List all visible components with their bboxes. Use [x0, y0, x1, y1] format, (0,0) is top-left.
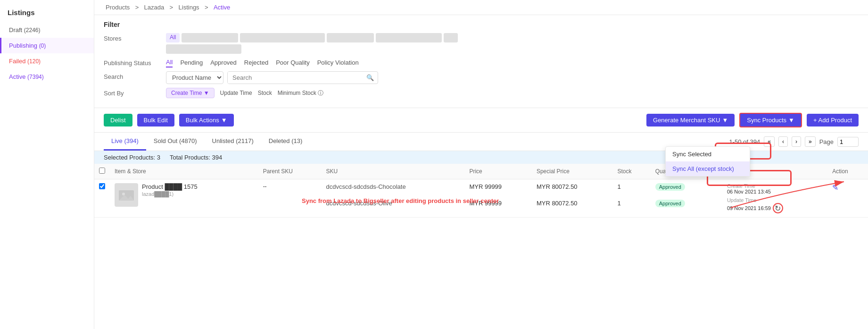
col-parent-sku: Parent SKU	[258, 164, 322, 179]
sort-stock[interactable]: Stock	[258, 90, 272, 96]
create-time-value: 06 Nov 2021 13:45	[727, 189, 823, 194]
sidebar-item-active[interactable]: Active (7394)	[0, 69, 94, 84]
pagination-info: 1-50 of 394	[729, 138, 760, 145]
tab-unlisted[interactable]: Unlisted (2117)	[205, 133, 261, 151]
store-tag-blurred4[interactable]	[376, 33, 442, 42]
search-type-select[interactable]: Product Name SKU Parent SKU	[166, 71, 223, 84]
sync-products-button[interactable]: Sync Products ▼	[739, 113, 802, 127]
product-table: Item & Store Parent SKU SKU Price Specia…	[94, 164, 868, 218]
pagination-prev[interactable]: ‹	[778, 136, 788, 147]
create-time-label: Create Time	[727, 183, 823, 189]
sort-content: Create Time ▼ Update Time Stock Minimum …	[166, 88, 859, 98]
action-bar: Delist Bulk Edit Bulk Actions ▼ Generate…	[94, 108, 868, 133]
product-cell: Product ████ 1575 lazad████1)	[115, 183, 254, 207]
sidebar: Listings Draft (2246) Publishing (0) Fai…	[0, 0, 94, 329]
store-tag-blurred1[interactable]	[182, 33, 238, 42]
col-price: Price	[464, 164, 531, 179]
search-input-wrap: 🔍	[227, 71, 378, 84]
store-tag-all[interactable]: All	[166, 33, 180, 42]
col-stock: Stock	[612, 164, 650, 179]
price-cell: MYR 99999 MYR 99999	[469, 183, 527, 207]
sort-row: Sort By Create Time ▼ Update Time Stock …	[104, 88, 859, 98]
main-wrapper: Products > Lazada > Listings > Active Fi…	[94, 0, 868, 329]
status-pending[interactable]: Pending	[180, 58, 203, 67]
status-all[interactable]: All	[166, 58, 173, 67]
main-content: Products > Lazada > Listings > Active Fi…	[94, 0, 868, 329]
tab-live[interactable]: Live (394)	[104, 133, 146, 151]
action-bar-right: Generate Merchant SKU ▼ Sync Products ▼ …	[646, 113, 859, 127]
store-tags: All	[166, 33, 859, 42]
price-value-2: MYR 99999	[469, 200, 527, 207]
price-value-1: MYR 99999	[469, 183, 527, 190]
sidebar-title: Listings	[0, 5, 94, 22]
special-price-2: MYR 80072.50	[537, 200, 608, 207]
sync-dropdown-menu: Sync Selected Sync All (except stock)	[665, 146, 750, 177]
store-tag-blurred2[interactable]	[240, 33, 325, 42]
search-button[interactable]: 🔍	[363, 72, 378, 84]
selected-count: Selected Products: 3	[104, 154, 160, 161]
sync-all-item[interactable]: Sync All (except stock)	[666, 161, 750, 176]
pagination-next[interactable]: ›	[792, 136, 801, 147]
sku-value-1: dcdvcscd-sdcdsds-Chocolate	[326, 183, 460, 190]
bulk-edit-button[interactable]: Bulk Edit	[137, 114, 174, 127]
delist-button[interactable]: Delist	[104, 114, 132, 127]
tabs-bar: Live (394) Sold Out (4870) Unlisted (211…	[94, 133, 868, 151]
sidebar-item-draft[interactable]: Draft (2246)	[0, 22, 94, 38]
product-store: lazad████1)	[142, 191, 198, 197]
add-product-button[interactable]: + Add Product	[807, 114, 859, 127]
sku-cell: dcdvcscd-sdcdsds-Chocolate dcdvcscd-sdcd…	[326, 183, 460, 207]
status-policy-violation[interactable]: Policy Violation	[317, 58, 359, 67]
time-cell: Create Time 06 Nov 2021 13:45 Update Tim…	[727, 183, 823, 213]
col-item-store: Item & Store	[110, 164, 258, 179]
status-poor-quality[interactable]: Poor Quality	[276, 58, 310, 67]
product-table-area: Item & Store Parent SKU SKU Price Specia…	[94, 164, 868, 329]
breadcrumb: Products > Lazada > Listings > Active	[94, 0, 868, 15]
publishing-status-row: Publishing Status All Pending Approved R…	[104, 58, 859, 67]
parent-sku-cell: --	[258, 179, 322, 218]
filter-title: Filter	[104, 21, 859, 28]
edit-action-icon[interactable]: ✎	[832, 184, 838, 192]
quality-badge-2: Approved	[655, 200, 685, 207]
generate-sku-button[interactable]: Generate Merchant SKU ▼	[646, 114, 735, 127]
store-tag-blurred3[interactable]	[327, 33, 374, 42]
stock-cell: 1 1	[617, 183, 645, 207]
sync-selected-item[interactable]: Sync Selected	[666, 147, 750, 161]
search-input[interactable]	[228, 72, 363, 84]
pagination-last[interactable]: »	[805, 136, 816, 147]
refresh-icon[interactable]: ↻	[773, 203, 783, 213]
stores-row: Stores All	[104, 33, 859, 54]
pagination-first[interactable]: «	[764, 136, 775, 147]
store-tag-blurred6[interactable]	[166, 44, 241, 54]
row-checkbox[interactable]	[99, 183, 105, 189]
tab-sold-out[interactable]: Sold Out (4870)	[146, 133, 205, 151]
stores-content: All	[166, 33, 859, 54]
col-sku: SKU	[322, 164, 465, 179]
table-row: Product ████ 1575 lazad████1) -- dcdvcsc…	[94, 179, 868, 218]
sort-min-stock[interactable]: Minimum Stock ⓘ	[278, 89, 323, 97]
page-input[interactable]	[837, 137, 859, 147]
bulk-actions-button[interactable]: Bulk Actions ▼	[179, 114, 234, 127]
sort-create-time[interactable]: Create Time ▼	[166, 88, 215, 98]
filter-area: Filter Stores All	[94, 15, 868, 108]
special-price-cell: MYR 80072.50 MYR 80072.50	[537, 183, 608, 207]
sort-label: Sort By	[104, 88, 160, 97]
quality-badge-1: Approved	[655, 183, 685, 191]
special-price-1: MYR 80072.50	[537, 183, 608, 190]
tab-deleted[interactable]: Deleted (13)	[261, 133, 310, 151]
store-tag-blurred5[interactable]	[444, 33, 458, 42]
status-rejected[interactable]: Rejected	[244, 58, 268, 67]
selected-info-bar: Selected Products: 3 Total Products: 394	[94, 151, 868, 164]
pub-status-row: All Pending Approved Rejected Poor Quali…	[166, 58, 859, 67]
status-approved[interactable]: Approved	[210, 58, 237, 67]
quality-check-cell: Approved Approved	[655, 183, 718, 207]
sort-update-time[interactable]: Update Time	[220, 90, 252, 96]
search-controls: Product Name SKU Parent SKU 🔍	[166, 71, 859, 84]
sidebar-item-failed[interactable]: Failed (120)	[0, 53, 94, 69]
col-action: Action	[827, 164, 868, 179]
sidebar-item-publishing[interactable]: Publishing (0)	[0, 38, 94, 53]
update-time-label: Update Time	[727, 197, 823, 203]
store-tags-row2	[166, 44, 859, 54]
col-special-price: Special Price	[532, 164, 613, 179]
search-row: Search Product Name SKU Parent SKU 🔍	[104, 71, 859, 84]
select-all-checkbox[interactable]	[99, 168, 105, 174]
